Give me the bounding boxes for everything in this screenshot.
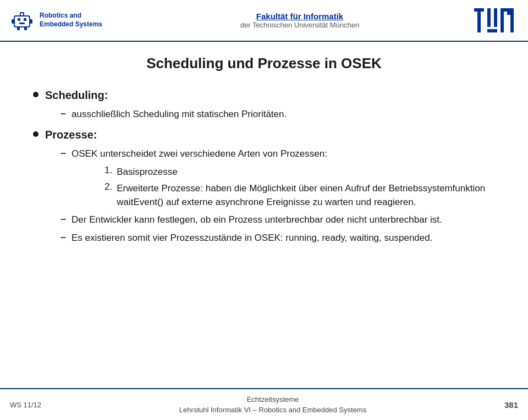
svg-rect-7: [30, 19, 32, 24]
num-item-1: 1. Basisprozesse: [105, 165, 495, 179]
org-logo-icon: [10, 8, 34, 32]
svg-rect-2: [24, 18, 26, 21]
bullet-l1-prozesse: Prozesse:: [33, 127, 495, 142]
fakultaet-line: Fakultät für Informatik: [131, 12, 469, 21]
footer-subject: Echtzeitsysteme: [179, 394, 366, 405]
bullet-dot: [33, 92, 38, 97]
svg-rect-19: [510, 8, 514, 32]
svg-rect-8: [17, 27, 20, 30]
footer-semester: WS 11/12: [10, 401, 41, 409]
prozesse-dash-1: – OSEK unterscheidet zwei verschiedene A…: [61, 147, 495, 161]
svg-rect-1: [18, 18, 20, 21]
svg-rect-0: [14, 16, 30, 27]
dash-icon-3: –: [61, 213, 66, 225]
svg-rect-18: [507, 12, 510, 15]
scheduling-text: ausschließlich Scheduling mit statischen…: [72, 107, 287, 121]
dash-icon-4: –: [61, 231, 66, 243]
svg-rect-12: [487, 8, 491, 27]
org-name-text: Robotics and Embedded Systems: [40, 12, 102, 29]
bullet-scheduling: Scheduling: – ausschließlich Scheduling …: [33, 87, 495, 121]
header-tum-logo: [469, 8, 518, 32]
dash-icon-2: –: [61, 147, 66, 159]
scheduling-sub-items: – ausschließlich Scheduling mit statisch…: [61, 107, 495, 121]
prozesse-text-1: OSEK unterscheidet zwei verschiedene Art…: [72, 147, 327, 161]
svg-rect-15: [501, 8, 504, 32]
scheduling-dash-1: – ausschließlich Scheduling mit statisch…: [61, 107, 495, 121]
bullet-l1-label: Scheduling:: [45, 87, 108, 103]
prozesse-sub-items: – OSEK unterscheidet zwei verschiedene A…: [61, 147, 495, 245]
bullet-l1-scheduling: Scheduling:: [33, 87, 495, 103]
svg-rect-9: [24, 27, 27, 30]
prozesse-text-3: Es existieren somit vier Prozesszustände…: [72, 231, 432, 245]
svg-rect-4: [20, 13, 24, 16]
dash-icon: –: [61, 108, 66, 119]
svg-rect-13: [487, 29, 497, 32]
num-item-2: 2. Erweiterte Prozesse: haben die Möglic…: [105, 181, 495, 209]
svg-rect-3: [19, 23, 25, 24]
prozesse-text-2: Der Entwickler kann festlegen, ob ein Pr…: [72, 213, 442, 227]
svg-rect-11: [477, 8, 481, 32]
slide-title: Scheduling und Prozesse in OSEK: [33, 55, 495, 72]
slide-footer: WS 11/12 Echtzeitsysteme Lehrstuhl Infor…: [0, 388, 528, 420]
slide-main: Scheduling und Prozesse in OSEK Scheduli…: [0, 42, 528, 245]
bullet-l1-prozesse-label: Prozesse:: [45, 127, 97, 142]
university-line: der Technischen Universität München: [131, 21, 469, 29]
prozesse-dash-2: – Der Entwickler kann festlegen, ob ein …: [61, 213, 495, 227]
prozesse-dash-3: – Es existieren somit vier Prozesszustän…: [61, 231, 495, 245]
svg-rect-6: [12, 19, 14, 24]
bullet-prozesse: Prozesse: – OSEK unterscheidet zwei vers…: [33, 127, 495, 245]
svg-rect-17: [507, 8, 510, 12]
svg-rect-16: [504, 8, 507, 12]
footer-page: 381: [504, 400, 518, 410]
prozesse-numbered: 1. Basisprozesse 2. Erweiterte Prozesse:…: [105, 165, 495, 209]
footer-center-info: Echtzeitsysteme Lehrstuhl Informatik VI …: [179, 394, 366, 416]
header-university-info: Fakultät für Informatik der Technischen …: [131, 12, 469, 29]
slide-header: Robotics and Embedded Systems Fakultät f…: [0, 0, 528, 42]
tum-logo-icon: [474, 8, 518, 32]
footer-institute: Lehrstuhl Informatik VI – Robotics and E…: [179, 405, 366, 416]
svg-rect-14: [494, 8, 497, 27]
header-logo-area: Robotics and Embedded Systems: [10, 8, 131, 32]
bullet-dot-2: [33, 131, 38, 137]
